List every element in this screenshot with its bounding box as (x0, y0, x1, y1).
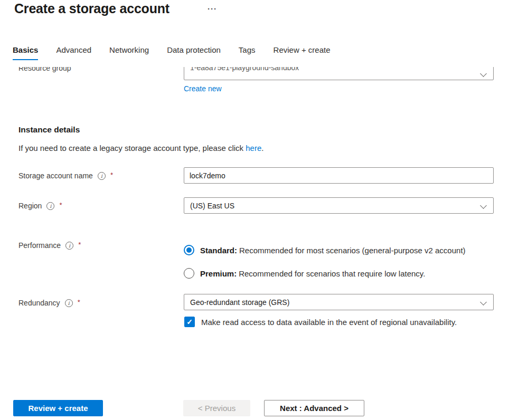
storage-account-name-label: Storage account name (18, 171, 93, 180)
radio-selected-icon[interactable] (184, 245, 194, 255)
redundancy-dropdown[interactable]: Geo-redundant storage (GRS) (184, 294, 494, 310)
info-icon[interactable]: i (46, 202, 54, 210)
read-access-checkbox-row[interactable]: ✓ Make read access to data available in … (184, 317, 457, 327)
chevron-down-icon (480, 299, 487, 306)
tab-basics[interactable]: Basics (13, 45, 38, 60)
redundancy-value: Geo-redundant storage (GRS) (190, 298, 289, 307)
option-name: Standard: (200, 246, 237, 255)
legacy-account-note: If you need to create a legacy storage a… (18, 144, 263, 152)
legacy-note-text: If you need to create a legacy storage a… (18, 144, 246, 152)
resource-group-value: 1-ea8a75e1-playground-sandbox (190, 67, 299, 72)
storage-account-name-label-row: Storage account name i * (18, 171, 113, 180)
performance-premium-radio[interactable]: Premium:Recommended for scenarios that r… (184, 268, 425, 279)
option-description: Recommended for most scenarios (general-… (239, 246, 466, 255)
performance-label: Performance (18, 241, 61, 250)
redundancy-label: Redundancy (18, 299, 60, 308)
legacy-note-period: . (261, 144, 263, 152)
required-asterisk: * (78, 298, 80, 307)
region-dropdown[interactable]: (US) East US (184, 197, 494, 214)
option-description: Recommended for scenarios that require l… (239, 269, 425, 278)
redundancy-label-row: Redundancy i * (18, 299, 80, 308)
chevron-down-icon (480, 70, 487, 77)
info-icon[interactable]: i (65, 299, 73, 307)
tab-data-protection[interactable]: Data protection (167, 45, 221, 59)
required-asterisk: * (59, 201, 62, 209)
option-name: Premium: (200, 269, 237, 278)
legacy-here-link[interactable]: here (246, 144, 261, 152)
tab-review-create[interactable]: Review + create (274, 45, 331, 59)
tab-tags[interactable]: Tags (239, 45, 256, 59)
info-icon[interactable]: i (65, 242, 73, 250)
more-options-ellipsis-icon[interactable]: ··· (208, 4, 217, 13)
region-label: Region (18, 202, 42, 211)
form-content: Resource group 1-ea8a75e1-playground-san… (0, 67, 509, 390)
required-asterisk: * (78, 240, 81, 249)
radio-unselected-icon[interactable] (184, 268, 194, 279)
check-icon: ✓ (186, 318, 193, 326)
region-value: (US) East US (190, 202, 234, 211)
form-scroll-area[interactable]: Resource group 1-ea8a75e1-playground-san… (0, 67, 509, 390)
performance-standard-radio[interactable]: Standard:Recommended for most scenarios … (184, 245, 466, 255)
create-new-link[interactable]: Create new (184, 84, 222, 93)
checkbox-checked-icon[interactable]: ✓ (184, 317, 195, 327)
performance-standard-text: Standard:Recommended for most scenarios … (200, 246, 466, 255)
storage-account-name-input[interactable] (184, 167, 494, 184)
instance-details-heading: Instance details (18, 125, 80, 135)
resource-group-label: Resource group (18, 67, 71, 73)
performance-premium-text: Premium:Recommended for scenarios that r… (200, 269, 425, 278)
resource-group-dropdown[interactable]: 1-ea8a75e1-playground-sandbox (184, 67, 494, 80)
tab-networking[interactable]: Networking (109, 45, 149, 59)
create-storage-account-page: Create a storage account ··· Basics Adva… (0, 0, 509, 420)
page-title: Create a storage account (14, 1, 169, 16)
performance-label-row: Performance i * (18, 241, 81, 250)
review-create-button[interactable]: Review + create (13, 400, 103, 416)
region-label-row: Region i * (18, 202, 62, 211)
wizard-tabs: Basics Advanced Networking Data protecti… (13, 45, 348, 60)
tab-advanced[interactable]: Advanced (56, 45, 91, 59)
read-access-checkbox-label: Make read access to data available in th… (201, 318, 457, 327)
next-advanced-button[interactable]: Next : Advanced > (264, 400, 364, 416)
previous-button[interactable]: < Previous (183, 400, 250, 416)
info-icon[interactable]: i (98, 172, 106, 180)
required-asterisk: * (110, 170, 113, 179)
chevron-down-icon (480, 202, 487, 209)
